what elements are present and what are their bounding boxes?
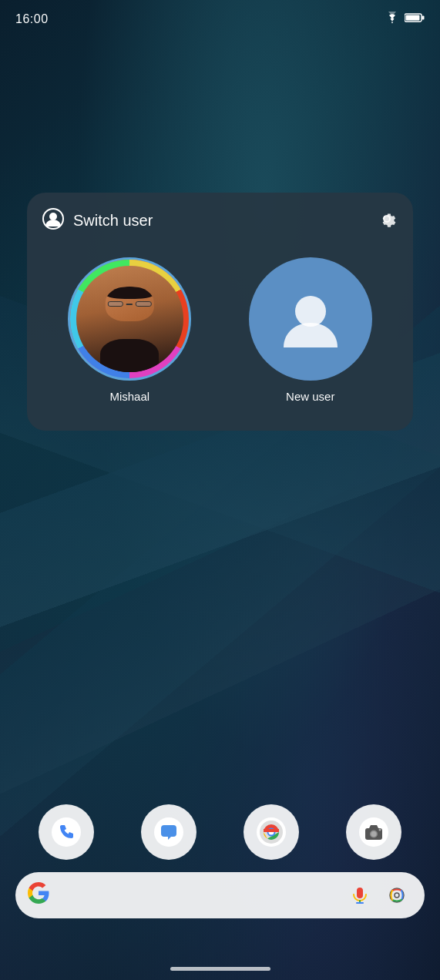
- svg-point-6: [52, 817, 81, 847]
- status-bar: 16:00: [0, 0, 440, 39]
- app-icon-chrome[interactable]: [244, 804, 299, 860]
- new-user-silhouette-icon: [276, 284, 345, 354]
- glasses: [108, 301, 151, 307]
- svg-rect-1: [422, 16, 425, 20]
- camera-icon: [359, 817, 388, 847]
- svg-point-17: [371, 831, 376, 837]
- user-list: Mishaal New user: [42, 251, 398, 415]
- app-icon-camera[interactable]: [346, 804, 401, 860]
- app-icon-phone[interactable]: [39, 804, 94, 860]
- messages-icon: [154, 817, 183, 847]
- dock-apps: [15, 804, 425, 860]
- status-icons: [385, 12, 425, 27]
- svg-rect-2: [406, 15, 420, 21]
- glass-right: [136, 301, 151, 307]
- glass-bridge: [126, 304, 133, 305]
- user-name-new-user: New user: [286, 390, 334, 403]
- voice-search-button[interactable]: [344, 880, 375, 911]
- google-logo: [28, 882, 49, 908]
- user-item-mishaal[interactable]: Mishaal: [49, 257, 211, 403]
- svg-rect-12: [264, 829, 279, 832]
- svg-point-18: [378, 829, 381, 831]
- person-body: [100, 339, 159, 373]
- lens-search-button[interactable]: [381, 880, 412, 911]
- head-shape: [106, 287, 153, 321]
- head-hair: [106, 287, 153, 299]
- app-icon-messages[interactable]: [141, 804, 196, 860]
- microphone-icon: [351, 887, 368, 904]
- panel-title: Switch user: [73, 212, 153, 230]
- svg-marker-15: [369, 825, 378, 828]
- user-avatar-mishaal[interactable]: [68, 257, 191, 381]
- dock-area: [0, 804, 440, 918]
- switch-user-panel: Switch user: [27, 193, 413, 431]
- status-time: 16:00: [15, 12, 49, 26]
- wifi-icon: [385, 12, 400, 27]
- search-bar[interactable]: [15, 872, 425, 918]
- settings-icon[interactable]: [376, 208, 398, 233]
- mishaal-avatar-photo: [76, 266, 183, 373]
- glass-left: [108, 301, 123, 307]
- svg-point-4: [49, 213, 57, 220]
- panel-header: Switch user: [42, 208, 398, 233]
- user-circle-icon: [42, 208, 64, 233]
- google-g-icon: [28, 882, 49, 904]
- lens-icon: [388, 887, 405, 904]
- svg-point-5: [295, 296, 326, 327]
- home-indicator[interactable]: [170, 967, 270, 971]
- panel-title-section: Switch user: [42, 208, 153, 233]
- svg-point-22: [395, 893, 399, 898]
- phone-icon: [52, 817, 81, 847]
- chrome-icon: [257, 817, 286, 847]
- user-item-new-user[interactable]: New user: [230, 257, 392, 403]
- user-name-mishaal: Mishaal: [109, 390, 149, 403]
- person-head: [106, 287, 153, 327]
- battery-icon: [405, 12, 425, 26]
- new-user-avatar[interactable]: [249, 257, 372, 381]
